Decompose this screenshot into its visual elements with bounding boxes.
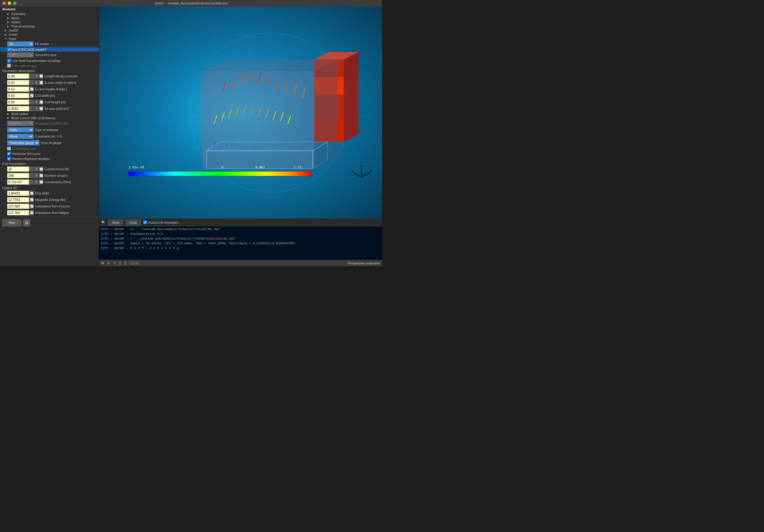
spinner-up-0[interactable]: : — [30, 74, 34, 78]
statusbar-y: Y — [113, 261, 115, 265]
shell-transform-checkbox[interactable] — [7, 59, 11, 63]
console: 🔍 Save Clear Autoscroll messages Info : … — [99, 218, 382, 260]
reset-0[interactable]: ↺ — [34, 74, 38, 78]
coil-reset-1[interactable]: ↺ — [34, 173, 38, 178]
output-label-2: Inductance from Flux [m — [34, 204, 97, 208]
gauge-dropdown[interactable]: Treecolins gauge — [7, 140, 40, 145]
newton-raphson-checkbox[interactable] — [7, 157, 11, 161]
svg-text:2.42e-49: 2.42e-49 — [128, 166, 144, 169]
sidebar-item-mesh[interactable]: ▶ Mesh — [0, 16, 98, 20]
coil-input-2[interactable] — [7, 180, 29, 185]
graph-2[interactable]: 📈 — [30, 87, 34, 91]
conducting-core-checkbox[interactable] — [7, 147, 11, 151]
coil-graph-0[interactable]: 📈 — [39, 167, 43, 172]
coil-input-1[interactable] — [7, 173, 29, 178]
sidebar-item-postprocessing[interactable]: ▶ Post-processing — [0, 24, 98, 28]
coil-input-0[interactable] — [7, 166, 29, 172]
fe-model-dropdown[interactable]: 3D 2D — [7, 41, 34, 47]
field-input-3[interactable] — [7, 93, 29, 98]
minimize-button[interactable] — [8, 1, 11, 5]
coil-spinner-1[interactable]: : — [30, 173, 34, 178]
nonlinear-bh-row: Nonlinear BH-curve — [0, 151, 98, 156]
shell-radius-row[interactable]: ▶ Shell radius — [0, 112, 98, 116]
constraint-row: Wave None Constraint div j = 0 — [0, 133, 98, 140]
statusbar: ⊕ X Y Z C 1:1 S Perspective projection — [99, 260, 382, 266]
coil-reset-0[interactable]: ↺ — [34, 167, 38, 172]
output-input-2[interactable] — [7, 203, 29, 209]
svg-text:Z: Z — [369, 170, 371, 174]
sidebar-item-input[interactable]: ▼ Input — [0, 37, 98, 41]
coil-field-0: : ↺ 📈 Current (rms) [A] — [0, 166, 98, 172]
graph-1[interactable]: 📈 — [39, 80, 43, 85]
titlebar: Gmsh - ../onelab_doc/models/Inductor/res… — [0, 0, 382, 7]
graph-3[interactable]: 📈 — [30, 93, 34, 98]
field-input-2[interactable] — [7, 86, 29, 92]
output-graph-0[interactable]: 📈 — [30, 191, 34, 196]
coil-spinner-0[interactable]: : — [30, 167, 34, 172]
coil-spinner-2[interactable]: : — [30, 180, 34, 185]
field-input-0[interactable] — [7, 73, 29, 79]
console-messages[interactable]: Info : GetDP - >> '../onelab_doc/models/… — [99, 226, 382, 260]
spinner-up-1[interactable]: : — [30, 80, 34, 85]
close-button[interactable] — [2, 1, 6, 5]
output-header: Output 3D — [0, 185, 98, 190]
graph-0[interactable]: 📈 — [39, 74, 43, 78]
main-layout: Modules ▶ Geometry ▶ Mesh ▶ Solver ▶ Pos… — [0, 7, 382, 266]
core-air-gap-checkbox[interactable] — [7, 64, 11, 67]
run-button[interactable]: Run — [2, 219, 21, 226]
analysis-dropdown[interactable]: Static Transient — [7, 127, 34, 132]
svg-text:1.73: 1.73 — [293, 166, 301, 169]
divider — [0, 216, 98, 217]
analysis-label: Type of analysis — [34, 128, 97, 132]
output-graph-3[interactable]: 📈 — [30, 210, 34, 215]
bc-dropdown[interactable]: Dirichlet — [7, 121, 34, 126]
sidebar-item-geometry[interactable]: ▶ Geometry — [0, 12, 98, 16]
output-input-1[interactable] — [7, 197, 29, 202]
window-title: Gmsh - ../onelab_doc/models/Inductor/res… — [154, 1, 227, 5]
constraint-dropdown[interactable]: Wave None — [7, 134, 34, 139]
symmetry-dropdown[interactable]: Full — [7, 52, 34, 58]
output-input-3[interactable] — [7, 210, 29, 215]
statusbar-c: C — [124, 261, 127, 265]
field-label-4: Coil height [m] — [43, 100, 97, 104]
svg-text:0: 0 — [222, 166, 224, 169]
clear-button[interactable]: Clear — [125, 219, 141, 225]
save-button[interactable]: Save — [108, 219, 123, 225]
opencascade-row[interactable]: OpenCASCADE model? — [0, 47, 98, 52]
reset-4[interactable]: ↺ — [34, 100, 38, 104]
svg-text:0.867: 0.867 — [255, 166, 265, 169]
field-input-1[interactable] — [7, 80, 29, 85]
coil-graph-2[interactable]: 📈 — [39, 180, 43, 185]
coil-graph-1[interactable]: 📈 — [39, 173, 43, 178]
sidebar-item-getdp[interactable]: ▶ GetDP — [0, 28, 98, 33]
graph-4[interactable]: 📈 — [39, 100, 43, 104]
autoscroll-checkbox[interactable] — [143, 220, 147, 224]
svg-marker-1 — [211, 39, 232, 54]
sidebar-item-solver[interactable]: ▶ Solver — [0, 20, 98, 24]
arrow-icon: ▶ — [7, 17, 10, 20]
statusbar-scale: 1:1 S — [130, 261, 138, 265]
field-input-5[interactable] — [7, 106, 29, 111]
field-row-1: : ↺ 📈 E-core width of side le — [0, 79, 98, 86]
nonlinear-bh-checkbox[interactable] — [7, 152, 11, 156]
mesh-control-label: Mesh control (Nbr of divisions) — [11, 116, 55, 120]
reset-1[interactable]: ↺ — [34, 80, 38, 85]
coil-reset-2[interactable]: ↺ — [34, 180, 38, 185]
spinner-up-5[interactable]: : — [30, 106, 34, 111]
svg-marker-71 — [358, 92, 370, 106]
sidebar-item-gmsh[interactable]: ▶ Gmsh — [0, 33, 98, 37]
autoscroll-row: Autoscroll messages — [143, 220, 178, 224]
maximize-button[interactable] — [13, 1, 17, 5]
output-input-0[interactable] — [7, 191, 29, 196]
settings-button[interactable]: ⚙ — [23, 219, 30, 226]
graph-5[interactable]: 📈 — [39, 106, 43, 111]
viewport[interactable]: 2.42e-49 0 0.867 1.73 — [99, 7, 382, 218]
mesh-control-row[interactable]: ▶ Mesh control (Nbr of divisions) — [0, 116, 98, 120]
spinner-up-4[interactable]: : — [30, 100, 34, 104]
right-area: 2.42e-49 0 0.867 1.73 — [99, 7, 382, 266]
output-graph-2[interactable]: 📈 — [30, 204, 34, 208]
output-graph-1[interactable]: 📈 — [30, 198, 34, 202]
opencascade-checkbox[interactable] — [7, 48, 11, 51]
field-input-4[interactable] — [7, 99, 29, 105]
reset-5[interactable]: ↺ — [34, 106, 38, 111]
